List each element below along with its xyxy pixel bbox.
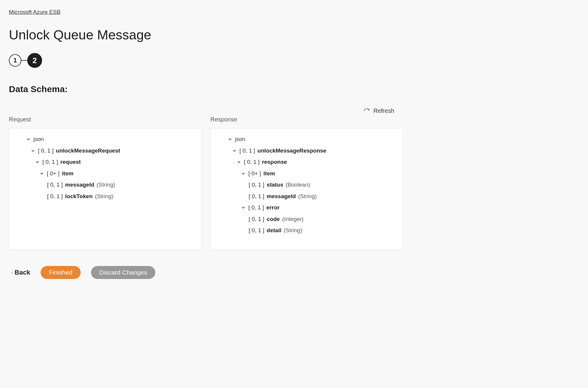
chevron-left-icon: ‹ xyxy=(11,270,13,275)
step-1[interactable]: 1 xyxy=(9,54,21,67)
cardinality: [ 0, 1 ] xyxy=(38,147,54,155)
tree-leaf[interactable]: [ 0, 1 ] status (Boolean) xyxy=(216,181,397,189)
cardinality: [ 0+ ] xyxy=(47,169,60,178)
cardinality: [ 0, 1 ] xyxy=(249,192,264,201)
node-label: messageId xyxy=(267,192,296,201)
back-button[interactable]: ‹ Back xyxy=(11,269,30,276)
response-panel: json [ 0, 1 ] unlockMessageResponse [ 0,… xyxy=(210,128,403,250)
tree-leaf[interactable]: [ 0, 1 ] messageId (String) xyxy=(15,181,196,189)
page-title: Unlock Queue Message xyxy=(9,27,403,43)
chevron-down-icon[interactable] xyxy=(228,137,232,141)
step-2[interactable]: 2 xyxy=(27,53,42,68)
node-label: json xyxy=(235,135,245,144)
node-label: item xyxy=(263,169,275,178)
chevron-down-icon[interactable] xyxy=(237,160,241,164)
cardinality: [ 0, 1 ] xyxy=(239,147,255,155)
tree-node[interactable]: [ 0, 1 ] error xyxy=(216,203,397,212)
node-type: (String) xyxy=(95,192,113,201)
breadcrumb-link[interactable]: Microsoft Azure ESB xyxy=(9,9,60,15)
chevron-down-icon[interactable] xyxy=(232,149,237,153)
node-label: code xyxy=(267,215,280,224)
finished-button[interactable]: Finished xyxy=(41,266,81,279)
cardinality: [ 0, 1 ] xyxy=(249,215,264,224)
cardinality: [ 0, 1 ] xyxy=(244,158,260,166)
node-label: request xyxy=(60,158,81,166)
chevron-down-icon[interactable] xyxy=(26,137,31,141)
tree-node-root[interactable]: json xyxy=(15,135,196,144)
tree-node[interactable]: [ 0+ ] item xyxy=(15,169,196,178)
node-label: detail xyxy=(267,226,282,235)
node-label: status xyxy=(267,181,283,189)
discard-changes-button[interactable]: Discard Changes xyxy=(91,266,155,279)
node-label: json xyxy=(33,135,44,144)
cardinality: [ 0, 1 ] xyxy=(248,203,264,212)
cardinality: [ 0, 1 ] xyxy=(249,226,264,235)
node-label: unlockMessageRequest xyxy=(56,147,120,155)
cardinality: [ 0, 1 ] xyxy=(42,158,58,166)
tree-node[interactable]: [ 0+ ] item xyxy=(216,169,397,178)
refresh-icon[interactable] xyxy=(363,108,370,114)
chevron-down-icon[interactable] xyxy=(241,171,245,176)
request-label: Request xyxy=(9,116,202,123)
node-label: error xyxy=(266,203,279,212)
node-type: (String) xyxy=(298,192,317,201)
chevron-down-icon[interactable] xyxy=(241,206,245,210)
tree-node[interactable]: [ 0, 1 ] unlockMessageRequest xyxy=(15,147,196,155)
refresh-button[interactable]: Refresh xyxy=(373,108,394,114)
section-title: Data Schema: xyxy=(9,84,403,94)
chevron-down-icon[interactable] xyxy=(35,160,39,164)
tree-leaf[interactable]: [ 0, 1 ] messageId (String) xyxy=(216,192,397,201)
back-label: Back xyxy=(15,269,30,276)
node-label: lockToken xyxy=(65,192,93,201)
chevron-down-icon[interactable] xyxy=(31,149,35,153)
cardinality: [ 0, 1 ] xyxy=(47,192,63,201)
cardinality: [ 0, 1 ] xyxy=(249,181,264,189)
step-connector xyxy=(21,60,27,61)
node-type: (String) xyxy=(284,226,302,235)
tree-node-root[interactable]: json xyxy=(216,135,397,144)
node-label: messageId xyxy=(65,181,94,189)
tree-leaf[interactable]: [ 0, 1 ] lockToken (String) xyxy=(15,192,196,201)
response-label: Response xyxy=(210,116,403,123)
node-label: unlockMessageResponse xyxy=(258,147,326,155)
tree-node[interactable]: [ 0, 1 ] unlockMessageResponse xyxy=(216,147,397,155)
tree-leaf[interactable]: [ 0, 1 ] code (Integer) xyxy=(216,215,397,224)
tree-leaf[interactable]: [ 0, 1 ] detail (String) xyxy=(216,226,397,235)
tree-node[interactable]: [ 0, 1 ] request xyxy=(15,158,196,166)
node-type: (String) xyxy=(97,181,115,189)
node-type: (Integer) xyxy=(282,215,303,224)
stepper: 1 2 xyxy=(9,53,403,68)
tree-node[interactable]: [ 0, 1 ] response xyxy=(216,158,397,166)
cardinality: [ 0, 1 ] xyxy=(47,181,63,189)
node-label: item xyxy=(62,169,74,178)
node-type: (Boolean) xyxy=(286,181,310,189)
request-panel: json [ 0, 1 ] unlockMessageRequest [ 0, … xyxy=(9,128,202,250)
chevron-down-icon[interactable] xyxy=(40,171,44,176)
cardinality: [ 0+ ] xyxy=(248,169,261,178)
node-label: response xyxy=(262,158,287,166)
